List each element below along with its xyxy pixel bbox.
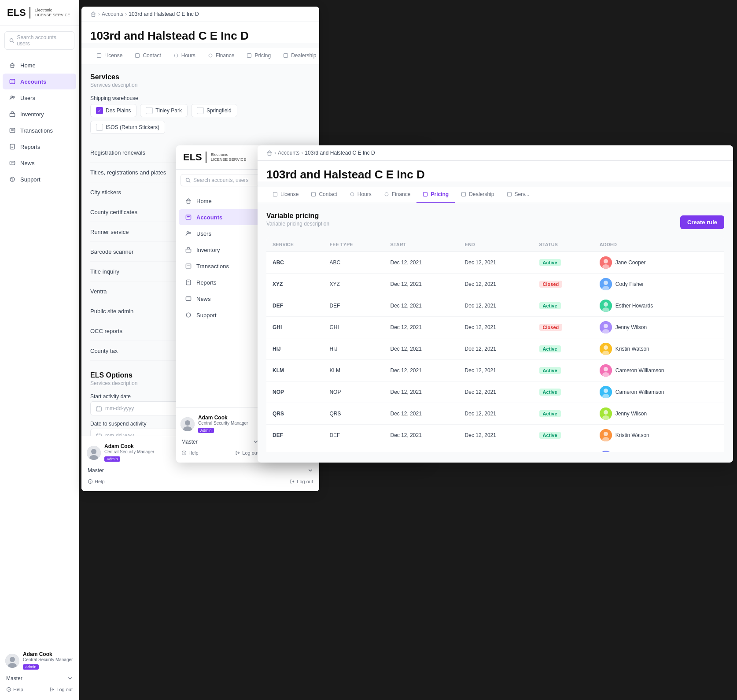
sidebar-item-accounts[interactable]: Accounts: [3, 74, 76, 89]
win3-tab-pricing[interactable]: Pricing: [416, 187, 455, 203]
cell-service: DEF: [266, 425, 323, 446]
win2-nav-transactions[interactable]: Transactions: [179, 258, 261, 274]
win3-contact-icon: [311, 192, 316, 197]
tab-hours[interactable]: Hours: [167, 48, 202, 64]
win2-help-link[interactable]: ? Help: [181, 450, 199, 456]
sidebar-item-label-home: Home: [20, 62, 36, 69]
table-row[interactable]: QRS QRS Dec 12, 2021 Dec 12, 2021 Active…: [266, 403, 724, 425]
checkbox-tinley-park[interactable]: Tinley Park: [140, 104, 188, 117]
create-rule-button[interactable]: Create rule: [680, 215, 724, 229]
svg-point-74: [385, 193, 388, 196]
win3-tab-finance[interactable]: Finance: [378, 187, 417, 203]
win2-nav-home[interactable]: Home: [179, 193, 261, 209]
svg-point-64: [186, 313, 191, 317]
news-icon: [9, 159, 16, 167]
table-row[interactable]: KLM KLM Dec 12, 2021 Dec 12, 2021 Active…: [266, 360, 724, 381]
win1-expand-icon[interactable]: [308, 468, 313, 473]
win2-nav-users[interactable]: Users: [179, 226, 261, 241]
win1-logout-link[interactable]: Log out: [290, 479, 313, 484]
win1-help-link[interactable]: ? Help: [88, 479, 105, 484]
cell-start: Dec 12, 2021: [384, 338, 459, 360]
cell-service: QRS: [266, 403, 323, 425]
cell-fee-type: QRS: [323, 403, 384, 425]
breadcrumb-accounts[interactable]: Accounts: [102, 11, 123, 17]
table-row[interactable]: XYZ XYZ Dec 12, 2021 Dec 12, 2021 Closed…: [266, 274, 724, 295]
table-row[interactable]: DEF DEF Dec 12, 2021 Dec 12, 2021 Active…: [266, 295, 724, 317]
cell-added: Cameron Williamson: [593, 381, 724, 403]
win2-nav-accounts[interactable]: Accounts: [179, 209, 261, 225]
win2-home-icon: [185, 197, 192, 204]
win3-tab-services[interactable]: Serv...: [501, 187, 536, 203]
sidebar-item-support[interactable]: Support: [3, 171, 76, 187]
win3-home-icon[interactable]: [266, 150, 273, 156]
sidebar-item-news[interactable]: News: [3, 155, 76, 171]
home-breadcrumb-icon[interactable]: [90, 11, 96, 17]
win3-finance-icon: [384, 192, 389, 197]
sidebar-item-transactions[interactable]: Transactions: [3, 122, 76, 138]
win3-breadcrumb-accounts[interactable]: Accounts: [278, 150, 299, 156]
win3-tab-dealership[interactable]: Dealership: [455, 187, 500, 203]
help-link[interactable]: ? Help: [6, 687, 23, 692]
tab-dealership[interactable]: Dealership: [277, 48, 319, 64]
table-row[interactable]: ABC ABC Dec 12, 2021 Dec 12, 2021 Active…: [266, 252, 724, 274]
svg-rect-12: [10, 144, 15, 149]
win2-logout-link[interactable]: Log out: [235, 450, 258, 456]
logout-link[interactable]: Log out: [49, 687, 73, 692]
table-row[interactable]: DEF DEF Dec 12, 2021 Dec 12, 2021 Active…: [266, 425, 724, 446]
win3-tab-contact[interactable]: Contact: [305, 187, 343, 203]
checkbox-springfield[interactable]: Springfield: [191, 104, 237, 117]
expand-icon[interactable]: [67, 676, 73, 681]
tab-contact[interactable]: Contact: [129, 48, 167, 64]
sidebar-item-users[interactable]: Users: [3, 90, 76, 106]
search-placeholder: Search accounts, users: [17, 34, 70, 47]
win2-user-name: Adam Cook: [198, 415, 259, 421]
svg-point-105: [600, 451, 612, 452]
svg-rect-15: [10, 161, 15, 165]
cell-end: Dec 12, 2021: [459, 446, 533, 452]
cell-added: Jenny Wilson: [593, 317, 724, 338]
finance-tab-icon: [208, 53, 213, 58]
win2-nav-support[interactable]: Support: [179, 307, 261, 323]
breadcrumb: › Accounts › 103rd and Halstead C E Inc …: [90, 11, 199, 17]
tab-pricing[interactable]: Pricing: [240, 48, 277, 64]
win3-breadcrumb: › Accounts › 103rd and Halstead C E Inc …: [266, 150, 375, 156]
win3-tab-hours[interactable]: Hours: [343, 187, 378, 203]
shipping-label: Shipping warehouse: [90, 95, 310, 101]
cell-end: Dec 12, 2021: [459, 252, 533, 274]
hours-tab-icon: [173, 53, 179, 58]
added-user-name: Jane Cooper: [615, 259, 646, 266]
win2-nav-inventory[interactable]: Inventory: [179, 242, 261, 258]
tab-finance[interactable]: Finance: [202, 48, 241, 64]
dealership-tab-icon: [283, 53, 288, 58]
search-bar[interactable]: Search accounts, users: [4, 31, 74, 50]
table-row[interactable]: HIJ HIJ Dec 12, 2021 Dec 12, 2021 Active…: [266, 338, 724, 360]
svg-point-56: [189, 232, 191, 234]
tab-license[interactable]: License: [90, 48, 129, 64]
sidebar-item-reports[interactable]: Reports: [3, 139, 76, 155]
added-user-name: Kristin Watson: [615, 346, 649, 352]
svg-point-6: [11, 96, 13, 98]
added-user-name: Esther Howards: [615, 303, 653, 309]
added-user-name: Jenny Wilson: [615, 411, 647, 417]
win2-search[interactable]: Search accounts, users: [181, 174, 259, 186]
cell-status: Active: [533, 360, 593, 381]
svg-text:?: ?: [8, 689, 10, 691]
table-row[interactable]: NOP NOP Dec 12, 2021 Dec 12, 2021 Active…: [266, 381, 724, 403]
table-row[interactable]: GHI GHI Dec 12, 2021 Dec 12, 2021 Active…: [266, 446, 724, 452]
sidebar-item-home[interactable]: Home: [3, 57, 76, 73]
checkbox-isos[interactable]: ISOS (Return Stickers): [90, 121, 165, 134]
win2-nav-reports[interactable]: Reports: [179, 274, 261, 290]
sidebar-item-inventory[interactable]: Inventory: [3, 106, 76, 122]
checkbox-des-plains[interactable]: ✓ Des Plains: [90, 104, 136, 117]
help-icon: ?: [6, 687, 11, 692]
win2-help-icon: ?: [181, 450, 187, 456]
checkbox-unchecked-icon3: [96, 124, 103, 131]
users-icon: [9, 94, 16, 101]
logout-icon: [49, 687, 55, 692]
win1-master-label: Master: [88, 467, 104, 474]
table-row[interactable]: GHI GHI Dec 12, 2021 Dec 12, 2021 Closed…: [266, 317, 724, 338]
breadcrumb-current: 103rd and Halstead C E Inc D: [129, 11, 199, 17]
win2-nav-news[interactable]: News: [179, 291, 261, 307]
win3-tab-license[interactable]: License: [266, 187, 305, 203]
win3-body: Variable pricing Variable pricing descri…: [258, 203, 733, 452]
